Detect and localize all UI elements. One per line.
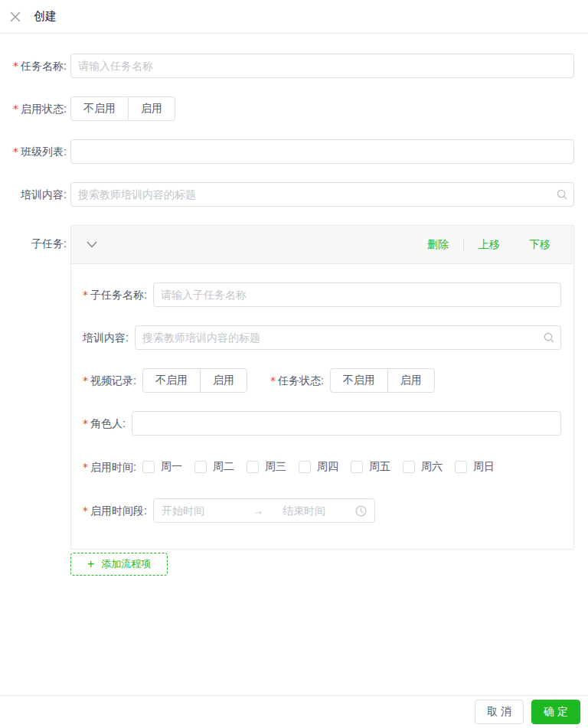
delete-link[interactable]: 删除 [427, 238, 449, 252]
enable-status-on-button[interactable]: 启用 [128, 96, 175, 121]
start-time-input[interactable] [162, 504, 234, 517]
clock-icon [355, 505, 367, 517]
subtask-label: 子任务: [0, 225, 70, 250]
enable-period-row: *启用时间段: → [83, 498, 561, 523]
search-icon [544, 332, 554, 343]
chevron-down-icon[interactable] [87, 241, 97, 248]
subtask-training-content-search-input[interactable] [135, 325, 561, 350]
task-status-off-button[interactable]: 不启用 [330, 368, 388, 393]
required-mark: * [83, 461, 88, 473]
required-mark: * [83, 417, 88, 429]
checkbox[interactable] [351, 461, 363, 473]
day-checkbox-sunday[interactable]: 周日 [455, 460, 495, 474]
required-mark: * [13, 145, 18, 158]
subtask-training-content-label: 培训内容: [83, 331, 129, 344]
close-button[interactable] [6, 8, 24, 26]
task-status-label: *任务状态: [270, 374, 324, 387]
class-list-label: *班级列表: [0, 145, 70, 158]
task-status-on-button[interactable]: 启用 [387, 368, 435, 393]
checkbox[interactable] [403, 461, 415, 473]
video-record-group: 不启用 启用 [142, 368, 247, 393]
actions-divider [463, 240, 464, 250]
move-up-link[interactable]: 上移 [479, 238, 500, 252]
role-person-input[interactable] [132, 411, 561, 436]
video-record-off-button[interactable]: 不启用 [142, 368, 201, 393]
training-content-search-input[interactable] [70, 182, 574, 207]
required-mark: * [13, 103, 18, 115]
day-checkbox-monday[interactable]: 周一 [142, 460, 182, 474]
subtask-panel-body: *子任务名称: 培训内容: [71, 264, 573, 549]
subtask-training-content-row: 培训内容: [83, 325, 561, 350]
subtask-panel-header: 删除 上移 下移 [71, 226, 573, 264]
task-name-label: *任务名称: [0, 59, 70, 73]
titlebar: 创建 [0, 0, 588, 34]
page-title: 创建 [34, 9, 57, 24]
required-mark: * [83, 374, 88, 387]
task-name-input[interactable] [70, 54, 574, 78]
class-list-input[interactable] [70, 139, 574, 164]
checkbox[interactable] [299, 461, 311, 473]
enable-status-group: 不启用 启用 [70, 96, 175, 121]
footer-bar: 取 消 确 定 [0, 695, 588, 728]
day-checkbox-tuesday[interactable]: 周二 [194, 460, 234, 474]
end-time-input[interactable] [283, 504, 355, 517]
day-checkbox-friday[interactable]: 周五 [351, 460, 390, 474]
subtask-panel-actions: 删除 上移 下移 [427, 238, 550, 252]
required-mark: * [83, 289, 88, 301]
subtask-row: 子任务: 删除 上移 下移 *子任务名称: [0, 225, 574, 550]
role-person-label: *角色人: [83, 416, 126, 430]
required-mark: * [13, 60, 18, 72]
subtask-name-input[interactable] [153, 282, 561, 307]
task-name-row: *任务名称: [0, 54, 574, 78]
required-mark: * [83, 504, 88, 517]
training-content-label: 培训内容: [0, 188, 70, 201]
enable-days-row: *启用时间: 周一 周二 周三 周四 周五 周六 周日 [83, 454, 561, 480]
subtask-name-label: *子任务名称: [83, 288, 147, 302]
search-icon [557, 189, 567, 200]
day-checkbox-saturday[interactable]: 周六 [403, 460, 443, 474]
video-record-on-button[interactable]: 启用 [200, 368, 247, 393]
subtask-name-row: *子任务名称: [83, 282, 561, 307]
enable-status-off-button[interactable]: 不启用 [70, 96, 129, 121]
checkbox[interactable] [455, 461, 467, 473]
day-checkbox-thursday[interactable]: 周四 [299, 460, 338, 474]
enable-days-label: *启用时间: [83, 460, 136, 474]
checkbox[interactable] [194, 461, 207, 473]
role-person-row: *角色人: [83, 411, 561, 436]
subtask-status-row: *视频记录: 不启用 启用 *任务状态: 不启用 启用 [83, 368, 561, 393]
video-record-label: *视频记录: [83, 374, 136, 387]
enable-period-label: *启用时间段: [83, 504, 147, 517]
close-icon [9, 11, 21, 23]
day-checkbox-wednesday[interactable]: 周三 [247, 460, 286, 474]
time-range-picker[interactable]: → [153, 498, 375, 523]
enable-status-label: *启用状态: [0, 102, 70, 116]
create-form: *任务名称: *启用状态: 不启用 启用 *班级列表: 培训内容: 子任务: [0, 34, 588, 576]
task-status-group: 不启用 启用 [330, 368, 435, 393]
range-arrow: → [234, 504, 283, 517]
required-mark: * [270, 374, 276, 387]
move-down-link[interactable]: 下移 [529, 238, 550, 252]
checkbox[interactable] [247, 461, 259, 473]
enable-status-row: *启用状态: 不启用 启用 [0, 96, 574, 121]
subtask-panel: 删除 上移 下移 *子任务名称: 培训内容: [70, 225, 574, 550]
confirm-button[interactable]: 确 定 [531, 700, 580, 724]
cancel-button[interactable]: 取 消 [475, 700, 524, 724]
add-process-item-button[interactable]: + 添加流程项 [70, 553, 168, 576]
class-list-row: *班级列表: [0, 139, 574, 164]
checkbox[interactable] [142, 461, 155, 473]
plus-icon: + [87, 558, 94, 570]
training-content-row: 培训内容: [0, 182, 574, 207]
